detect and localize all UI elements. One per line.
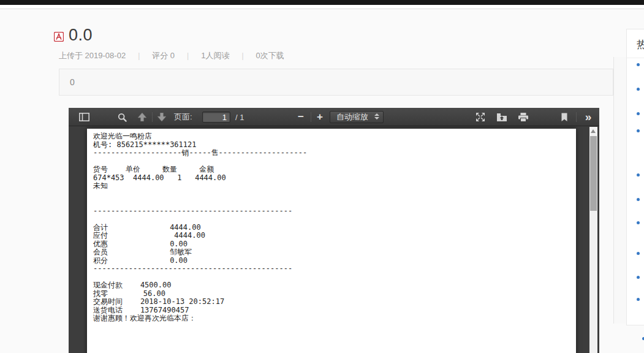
viewer-scrollbar[interactable] <box>589 127 597 353</box>
sidebar-toggle-button[interactable] <box>77 108 91 126</box>
meta-separator: | <box>241 51 243 60</box>
presentation-mode-button[interactable] <box>473 108 488 126</box>
pdf-file-icon <box>54 32 64 42</box>
meta-separator: | <box>187 51 189 60</box>
receipt-text: 欢迎光临一鸣粉店 机号: 856215******361121 --------… <box>93 132 307 323</box>
list-bullet <box>637 129 640 132</box>
pdf-toolbar: 页面: / 1 − + 自动缩放 <box>69 108 599 126</box>
document-title: 0.0 <box>69 26 93 45</box>
list-bullet <box>637 298 640 301</box>
top-black-bar <box>0 0 644 5</box>
toolbar-divider <box>576 112 577 122</box>
page-number-input[interactable] <box>202 112 230 123</box>
list-bullet <box>637 252 640 255</box>
description-text: 0 <box>70 77 75 87</box>
previous-page-button[interactable] <box>135 108 150 126</box>
description-box: 0 <box>59 69 613 96</box>
zoom-scale-value: 自动缩放 <box>336 112 368 123</box>
toolbar-divider <box>152 112 153 122</box>
bookmark-button[interactable] <box>558 108 571 126</box>
open-file-icon <box>496 113 507 122</box>
arrow-down-icon <box>157 113 167 121</box>
printer-icon <box>518 112 529 122</box>
zoom-out-button[interactable]: − <box>294 108 308 126</box>
rating-count: 评分 0 <box>152 50 175 61</box>
search-icon <box>118 113 127 122</box>
zoom-in-button[interactable]: + <box>313 108 327 126</box>
open-file-button[interactable] <box>494 108 510 126</box>
scrollbar-up-arrow-icon[interactable] <box>591 129 596 133</box>
download-count: 0次下载 <box>256 50 284 61</box>
search-button[interactable] <box>115 108 129 126</box>
chevron-double-right-icon: » <box>585 110 591 124</box>
pdf-viewer: 页面: / 1 − + 自动缩放 <box>69 108 599 353</box>
list-bullet <box>637 112 640 115</box>
list-bullet <box>637 173 640 176</box>
meta-separator: | <box>138 51 140 60</box>
page-label: 页面: <box>174 108 192 126</box>
list-bullet <box>637 198 640 201</box>
list-bullet <box>637 276 640 279</box>
hot-panel-title: 热 <box>637 37 644 51</box>
hot-panel-list <box>626 58 644 325</box>
sidebar-toggle-icon <box>79 113 89 121</box>
document-meta-row: 上传于 2019-08-02 | 评分 0 | 1人阅读 | 0次下载 <box>59 51 284 61</box>
read-count: 1人阅读 <box>201 50 229 61</box>
pdf-page: 欢迎光临一鸣粉店 机号: 856215******361121 --------… <box>87 129 576 353</box>
zoom-scale-select[interactable]: 自动缩放 <box>330 111 384 123</box>
next-page-button[interactable] <box>154 108 169 126</box>
more-tools-button[interactable]: » <box>579 108 596 126</box>
upload-date: 上传于 2019-08-02 <box>59 50 126 61</box>
print-button[interactable] <box>515 108 531 126</box>
list-bullet <box>637 221 640 224</box>
page-total: / 1 <box>235 108 244 126</box>
arrow-up-icon <box>137 113 147 121</box>
hot-panel-header: 热 <box>626 29 644 58</box>
select-spinner-icon <box>374 113 379 120</box>
fullscreen-expand-icon <box>475 112 485 122</box>
list-bullet <box>637 88 640 91</box>
scrollbar-thumb[interactable] <box>590 136 597 211</box>
bookmark-icon <box>561 113 568 122</box>
toolbar-divider <box>311 112 311 122</box>
content-column-gutter <box>614 57 626 324</box>
list-bullet <box>637 63 640 66</box>
